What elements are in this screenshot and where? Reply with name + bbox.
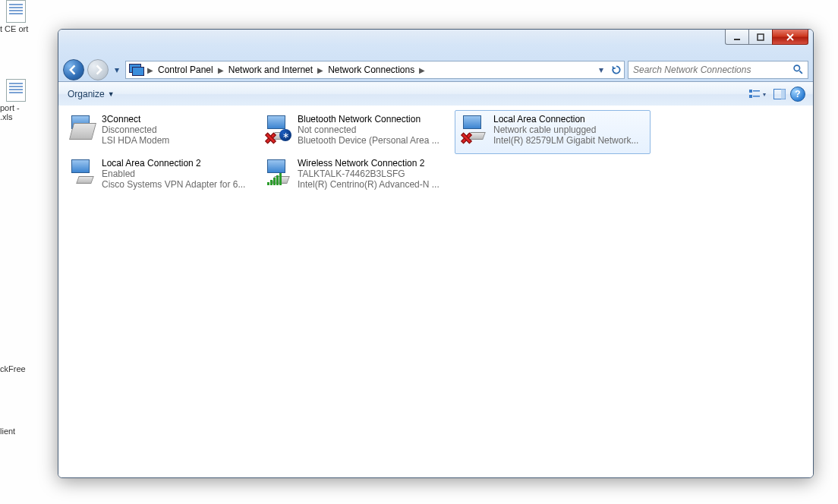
view-options-button[interactable] [745, 85, 770, 103]
window-titlebar[interactable]: ▾ ▶ Control Panel ▶ Network and Internet… [58, 30, 813, 82]
connection-status: TALKTALK-74462B3LSFG [298, 169, 451, 179]
chevron-right-icon[interactable]: ▶ [146, 66, 155, 74]
refresh-button[interactable] [609, 62, 624, 77]
chevron-right-icon[interactable]: ▶ [417, 66, 427, 74]
help-icon: ? [790, 87, 805, 102]
nic-icon [67, 158, 97, 188]
search-box[interactable] [628, 61, 808, 79]
desktop-item-label[interactable]: t CE ort [0, 24, 30, 33]
chevron-right-icon[interactable]: ▶ [216, 66, 225, 74]
minimize-button[interactable] [725, 30, 749, 45]
connection-status: Enabled [102, 169, 255, 179]
bluetooth-icon: ∗ [263, 114, 293, 144]
svg-rect-0 [734, 39, 740, 40]
nic-icon [458, 114, 489, 144]
connection-name: Local Area Connection [493, 114, 647, 124]
breadcrumb-item[interactable]: Network Connections [325, 65, 417, 75]
desktop-item-label[interactable]: ckFree [0, 364, 30, 373]
connection-status: Network cable unplugged [493, 124, 647, 135]
back-button[interactable] [63, 59, 84, 80]
breadcrumb-item[interactable]: Network and Internet [225, 65, 316, 75]
connection-item[interactable]: ∗Bluetooth Network ConnectionNot connect… [259, 110, 455, 154]
modem-icon [67, 114, 97, 144]
document-icon [6, 79, 26, 102]
svg-rect-7 [753, 96, 760, 97]
close-button[interactable] [772, 30, 808, 45]
forward-button[interactable] [87, 59, 109, 80]
chevron-down-icon: ▼ [108, 90, 115, 98]
search-icon[interactable] [792, 64, 803, 77]
svg-line-3 [799, 71, 802, 74]
error-x-icon [264, 132, 275, 143]
bluetooth-icon: ∗ [279, 129, 291, 141]
desktop-icons: t CE ort port - .xls ckFree lient [0, 0, 30, 436]
document-icon [6, 0, 26, 23]
address-bar[interactable]: ▶ Control Panel ▶ Network and Internet ▶… [125, 61, 625, 79]
svg-rect-1 [758, 34, 764, 40]
connection-name: Bluetooth Network Connection [298, 114, 451, 124]
connection-device: Cisco Systems VPN Adapter for 6... [102, 179, 255, 190]
help-button[interactable]: ? [789, 85, 807, 103]
explorer-window: ▾ ▶ Control Panel ▶ Network and Internet… [58, 29, 814, 478]
connection-name: 3Connect [102, 114, 255, 124]
connection-device: Intel(R) Centrino(R) Advanced-N ... [298, 179, 451, 190]
svg-rect-6 [749, 95, 752, 98]
svg-rect-4 [749, 90, 752, 93]
address-dropdown-button[interactable]: ▾ [594, 62, 609, 77]
connection-device: LSI HDA Modem [102, 135, 255, 146]
connection-status: Not connected [298, 124, 451, 135]
history-dropdown[interactable]: ▾ [112, 64, 122, 76]
desktop-item-label[interactable]: lient [0, 427, 30, 436]
connection-item[interactable]: Local Area ConnectionNetwork cable unplu… [455, 110, 651, 154]
network-connections-icon [129, 64, 143, 76]
error-x-icon [460, 132, 471, 143]
chevron-right-icon[interactable]: ▶ [316, 66, 325, 74]
connection-device: Intel(R) 82579LM Gigabit Network... [493, 135, 647, 146]
connection-item[interactable]: 3ConnectDisconnectedLSI HDA Modem [63, 110, 259, 154]
connection-name: Local Area Connection 2 [102, 158, 255, 169]
svg-rect-5 [753, 90, 760, 92]
preview-pane-button[interactable] [770, 85, 789, 103]
svg-point-2 [794, 65, 799, 71]
desktop-item-label[interactable]: port - .xls [0, 103, 30, 121]
toolbar: Organize ▼ ? [58, 82, 813, 107]
connection-item[interactable]: Local Area Connection 2EnabledCisco Syst… [63, 154, 259, 198]
connection-device: Bluetooth Device (Personal Area ... [298, 135, 451, 146]
connection-item[interactable]: Wireless Network Connection 2TALKTALK-74… [259, 154, 455, 198]
wifi-icon [263, 158, 293, 188]
breadcrumb-item[interactable]: Control Panel [155, 65, 216, 75]
wifi-signal-icon [267, 173, 282, 185]
organize-menu[interactable]: Organize ▼ [65, 87, 118, 101]
content-area: 3ConnectDisconnectedLSI HDA Modem∗Blueto… [58, 106, 813, 477]
search-input[interactable] [628, 62, 792, 77]
svg-rect-9 [781, 90, 786, 99]
organize-label: Organize [68, 89, 105, 99]
connection-status: Disconnected [102, 124, 255, 135]
connection-name: Wireless Network Connection 2 [298, 158, 451, 169]
maximize-button[interactable] [748, 30, 773, 45]
